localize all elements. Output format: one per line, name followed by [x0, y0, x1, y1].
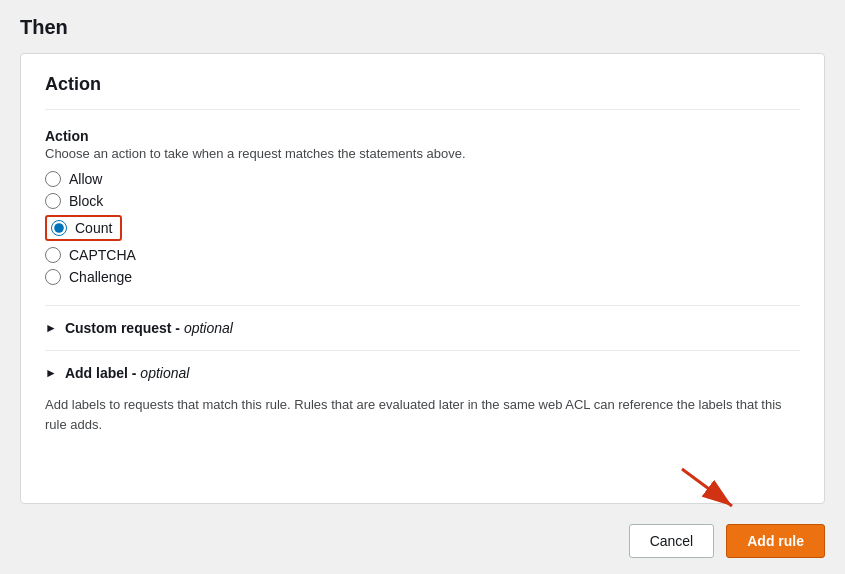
custom-request-label: Custom request - optional: [65, 320, 233, 336]
custom-request-row[interactable]: ► Custom request - optional: [45, 320, 800, 336]
radio-allow-input[interactable]: [45, 171, 61, 187]
add-label-description: Add labels to requests that match this r…: [45, 395, 800, 434]
radio-count-input[interactable]: [51, 220, 67, 236]
action-field-label: Action: [45, 128, 800, 144]
radio-block[interactable]: Block: [45, 193, 800, 209]
add-rule-button[interactable]: Add rule: [726, 524, 825, 558]
add-label-row[interactable]: ► Add label - optional: [45, 365, 800, 381]
radio-captcha[interactable]: CAPTCHA: [45, 247, 800, 263]
action-field-description: Choose an action to take when a request …: [45, 146, 800, 161]
section-title: Then: [20, 16, 825, 39]
radio-count[interactable]: Count: [45, 215, 800, 241]
radio-challenge[interactable]: Challenge: [45, 269, 800, 285]
card-title: Action: [45, 74, 800, 110]
action-card: Action Action Choose an action to take w…: [20, 53, 825, 504]
radio-count-highlight: Count: [45, 215, 122, 241]
action-radio-group: Allow Block Count CAPTCHA Challenge: [45, 171, 800, 285]
cancel-button[interactable]: Cancel: [629, 524, 715, 558]
radio-count-label: Count: [75, 220, 112, 236]
radio-challenge-label: Challenge: [69, 269, 132, 285]
radio-block-label: Block: [69, 193, 103, 209]
radio-captcha-input[interactable]: [45, 247, 61, 263]
add-label-arrow-icon: ►: [45, 366, 57, 380]
radio-challenge-input[interactable]: [45, 269, 61, 285]
radio-block-input[interactable]: [45, 193, 61, 209]
add-label-label: Add label - optional: [65, 365, 190, 381]
radio-allow[interactable]: Allow: [45, 171, 800, 187]
radio-captcha-label: CAPTCHA: [69, 247, 136, 263]
custom-request-arrow-icon: ►: [45, 321, 57, 335]
divider-1: [45, 305, 800, 306]
add-label-section: ► Add label - optional Add labels to req…: [45, 365, 800, 434]
footer: Cancel Add rule: [20, 520, 825, 558]
radio-allow-label: Allow: [69, 171, 102, 187]
divider-2: [45, 350, 800, 351]
